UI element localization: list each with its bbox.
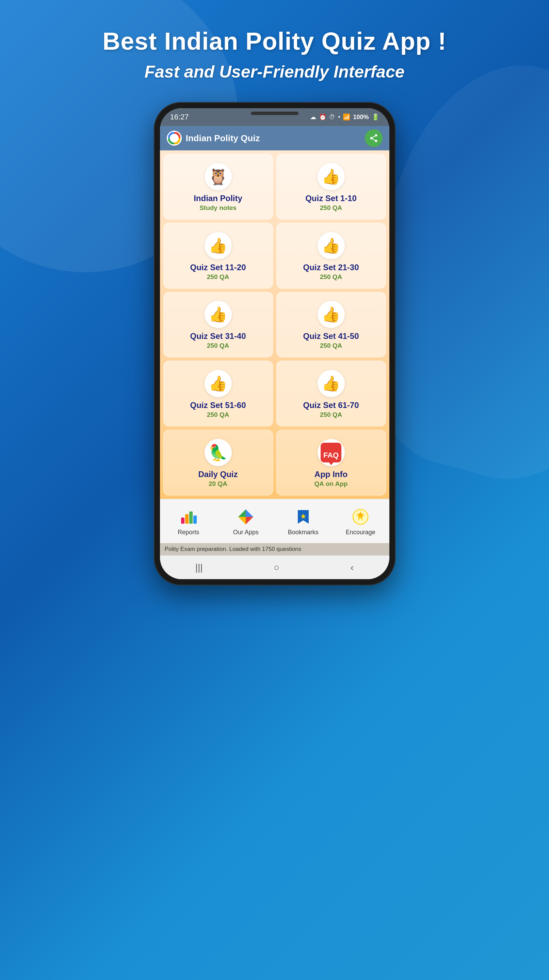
quiz-1-10-icon: 👍 (318, 163, 345, 190)
main-content: 🦉 Indian Polity Study notes 👍 Quiz Set 1… (160, 150, 389, 555)
ticker-text: Polity Exam preparation. Loaded with 175… (165, 546, 302, 553)
grid-item-indian-polity[interactable]: 🦉 Indian Polity Study notes (163, 154, 273, 220)
quiz-21-30-title: Quiz Set 21-30 (303, 263, 359, 272)
grid-item-app-info[interactable]: FAQ App Info QA on App (276, 430, 386, 495)
quiz-31-40-sub: 250 QA (207, 342, 229, 350)
our-apps-icon (235, 506, 256, 527)
grid-item-quiz-31-40[interactable]: 👍 Quiz Set 31-40 250 QA (163, 292, 273, 358)
quiz-grid: 🦉 Indian Polity Study notes 👍 Quiz Set 1… (160, 150, 389, 499)
main-title: Best Indian Polity Quiz App ! (102, 27, 446, 55)
our-apps-label: Our Apps (233, 529, 259, 536)
grid-item-quiz-21-30[interactable]: 👍 Quiz Set 21-30 250 QA (276, 223, 386, 288)
status-time: 16:27 (170, 113, 189, 121)
back-button[interactable]: ‹ (350, 562, 353, 573)
encourage-label: Encourage (346, 529, 376, 536)
cloud-icon: ☁ (310, 113, 316, 121)
quiz-61-70-sub: 250 QA (320, 411, 342, 418)
app-bar: Indian Polity Quiz (160, 126, 389, 150)
quiz-41-50-title: Quiz Set 41-50 (303, 331, 359, 341)
indian-polity-title: Indian Polity (194, 194, 242, 203)
phone-screen: 16:27 ☁ ⏰ ⏱ • 📶 100% 🔋 (160, 108, 389, 579)
bookmarks-icon (293, 506, 314, 527)
phone-speaker (251, 111, 299, 115)
quiz-51-60-icon: 👍 (205, 370, 232, 397)
daily-quiz-title: Daily Quiz (198, 469, 237, 479)
dot-icon: • (338, 114, 340, 121)
nav-encourage[interactable]: Encourage (332, 506, 389, 536)
ticker-bar: Polity Exam preparation. Loaded with 175… (160, 543, 389, 555)
quiz-41-50-sub: 250 QA (320, 342, 342, 350)
grid-item-quiz-41-50[interactable]: 👍 Quiz Set 41-50 250 QA (276, 292, 386, 358)
share-button[interactable] (365, 129, 383, 147)
bookmarks-label: Bookmarks (288, 529, 318, 536)
indian-polity-icon: 🦉 (205, 163, 232, 190)
app-info-title: App Info (315, 469, 347, 479)
grid-item-quiz-11-20[interactable]: 👍 Quiz Set 11-20 250 QA (163, 223, 273, 288)
svg-rect-2 (185, 514, 189, 524)
quiz-41-50-icon: 👍 (318, 301, 345, 328)
quiz-11-20-sub: 250 QA (207, 273, 229, 281)
alarm-icon: ⏰ (319, 113, 326, 121)
app-logo (167, 130, 182, 146)
quiz-21-30-icon: 👍 (318, 232, 345, 259)
phone-nav-bar: ||| ○ ‹ (160, 555, 389, 579)
svg-rect-3 (189, 511, 193, 524)
reports-icon (178, 506, 199, 527)
quiz-51-60-sub: 250 QA (207, 411, 229, 418)
wifi-icon: 📶 (343, 113, 350, 121)
app-title: Indian Polity Quiz (186, 133, 260, 143)
status-icons: ☁ ⏰ ⏱ • 📶 100% 🔋 (310, 113, 379, 121)
quiz-61-70-title: Quiz Set 61-70 (303, 401, 359, 410)
status-bar: 16:27 ☁ ⏰ ⏱ • 📶 100% 🔋 (160, 108, 389, 126)
quiz-61-70-icon: 👍 (318, 370, 345, 397)
quiz-21-30-sub: 250 QA (320, 273, 342, 281)
quiz-31-40-title: Quiz Set 31-40 (190, 331, 246, 341)
header-section: Best Indian Polity Quiz App ! Fast and U… (102, 27, 446, 82)
app-info-icon: FAQ (318, 439, 345, 466)
quiz-31-40-icon: 👍 (205, 301, 232, 328)
quiz-1-10-sub: 250 QA (320, 204, 342, 212)
grid-item-daily-quiz[interactable]: 🦜 Daily Quiz 20 QA (163, 430, 273, 495)
grid-item-quiz-61-70[interactable]: 👍 Quiz Set 61-70 250 QA (276, 361, 386, 426)
bottom-navigation: Reports O (160, 499, 389, 543)
nav-bookmarks[interactable]: Bookmarks (275, 506, 332, 536)
nav-reports[interactable]: Reports (160, 506, 218, 536)
grid-item-quiz-51-60[interactable]: 👍 Quiz Set 51-60 250 QA (163, 361, 273, 426)
app-info-sub: QA on App (315, 480, 348, 488)
encourage-icon (350, 506, 371, 527)
daily-quiz-icon: 🦜 (205, 439, 232, 466)
quiz-11-20-title: Quiz Set 11-20 (190, 263, 246, 272)
battery-icon: 🔋 (372, 113, 379, 121)
indian-polity-sub: Study notes (199, 204, 237, 212)
quiz-1-10-title: Quiz Set 1-10 (305, 194, 357, 203)
timer-icon: ⏱ (329, 114, 335, 121)
home-button[interactable]: ○ (274, 562, 279, 573)
battery-indicator: 100% (353, 114, 369, 121)
svg-rect-1 (181, 517, 185, 524)
phone-mockup: 16:27 ☁ ⏰ ⏱ • 📶 100% 🔋 (154, 102, 396, 585)
grid-item-quiz-1-10[interactable]: 👍 Quiz Set 1-10 250 QA (276, 154, 386, 220)
quiz-51-60-title: Quiz Set 51-60 (190, 401, 246, 410)
reports-label: Reports (178, 529, 199, 536)
app-bar-left: Indian Polity Quiz (167, 130, 260, 146)
phone-body: 16:27 ☁ ⏰ ⏱ • 📶 100% 🔋 (154, 102, 396, 585)
nav-our-apps[interactable]: Our Apps (217, 506, 275, 536)
svg-rect-4 (193, 515, 197, 524)
quiz-11-20-icon: 👍 (205, 232, 232, 259)
daily-quiz-sub: 20 QA (208, 480, 228, 488)
main-subtitle: Fast and User-Friendly Interface (102, 62, 446, 82)
recents-button[interactable]: ||| (196, 562, 203, 573)
